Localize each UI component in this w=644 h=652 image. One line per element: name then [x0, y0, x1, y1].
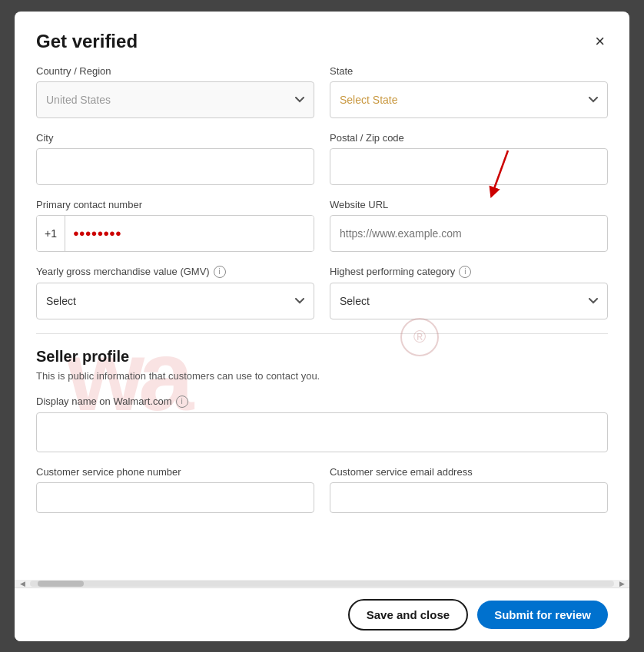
phone-input[interactable] — [65, 216, 314, 251]
zip-label: Postal / Zip code — [330, 132, 608, 144]
category-label: Highest performing category i — [330, 266, 608, 278]
section-divider — [36, 333, 608, 334]
phone-label: Primary contact number — [36, 199, 314, 210]
phone-group: Primary contact number +1 — [36, 199, 314, 252]
save-close-button[interactable]: Save and close — [348, 599, 468, 630]
modal-backdrop: Get verified × Country / Region United S… — [0, 0, 644, 652]
category-group: Highest performing category i Select — [330, 266, 608, 319]
close-button[interactable]: × — [592, 30, 608, 53]
modal-footer: Save and close Submit for review — [15, 587, 629, 641]
modal-title: Get verified — [36, 31, 138, 52]
city-input[interactable] — [36, 148, 314, 185]
country-label: Country / Region — [36, 65, 314, 77]
cs-phone-group: Customer service phone number — [36, 466, 314, 513]
state-select[interactable]: Select State — [330, 81, 608, 118]
category-select[interactable]: Select — [330, 283, 608, 319]
website-group: Website URL — [330, 199, 608, 252]
zip-group: Postal / Zip code — [330, 132, 608, 185]
submit-review-button[interactable]: Submit for review — [477, 601, 608, 629]
cs-email-label: Customer service email address — [330, 466, 608, 478]
horizontal-scrollbar[interactable]: ◀ ▶ — [15, 580, 629, 587]
gmv-info-icon[interactable]: i — [214, 266, 226, 278]
phone-wrapper: +1 — [36, 215, 314, 252]
modal-header: Get verified × — [15, 12, 629, 65]
scroll-track — [30, 581, 614, 587]
gmv-category-row: Yearly gross merchandise value (GMV) i S… — [36, 266, 608, 319]
cs-email-group: Customer service email address — [330, 466, 608, 513]
gmv-group: Yearly gross merchandise value (GMV) i S… — [36, 266, 314, 319]
state-label: State — [330, 65, 608, 77]
country-group: Country / Region United States — [36, 65, 314, 118]
scroll-left-arrow[interactable]: ◀ — [15, 580, 30, 587]
scroll-thumb[interactable] — [38, 581, 84, 587]
display-name-label: Display name on Walmart.com i — [36, 396, 608, 408]
zip-input[interactable] — [330, 148, 608, 185]
city-label: City — [36, 132, 314, 144]
cs-email-input[interactable] — [330, 482, 608, 513]
state-group: State Select State — [330, 65, 608, 118]
country-select[interactable]: United States — [36, 81, 314, 118]
category-info-icon[interactable]: i — [459, 266, 471, 278]
city-group: City — [36, 132, 314, 185]
modal: Get verified × Country / Region United S… — [15, 12, 629, 641]
scroll-right-arrow[interactable]: ▶ — [614, 580, 629, 587]
display-name-group: Display name on Walmart.com i — [36, 396, 608, 452]
display-name-info-icon[interactable]: i — [176, 396, 188, 408]
phone-website-row: Primary contact number +1 Website URL — [36, 199, 608, 252]
cs-phone-label: Customer service phone number — [36, 466, 314, 478]
phone-prefix: +1 — [37, 216, 65, 251]
gmv-label: Yearly gross merchandise value (GMV) i — [36, 266, 314, 278]
city-zip-row: City Postal / Zip code — [36, 132, 608, 185]
customer-service-row: Customer service phone number Customer s… — [36, 466, 608, 513]
seller-profile-section: wa ® Seller profile This is public infor… — [36, 333, 608, 513]
gmv-select[interactable]: Select — [36, 283, 314, 319]
seller-profile-title: Seller profile — [36, 348, 608, 366]
display-name-input[interactable] — [36, 412, 608, 452]
website-label: Website URL — [330, 199, 608, 210]
cs-phone-input[interactable] — [36, 482, 314, 513]
country-state-row: Country / Region United States State Sel… — [36, 65, 608, 118]
modal-body: Country / Region United States State Sel… — [15, 65, 629, 580]
seller-profile-subtitle: This is public information that customer… — [36, 370, 608, 382]
website-input[interactable] — [330, 215, 608, 252]
